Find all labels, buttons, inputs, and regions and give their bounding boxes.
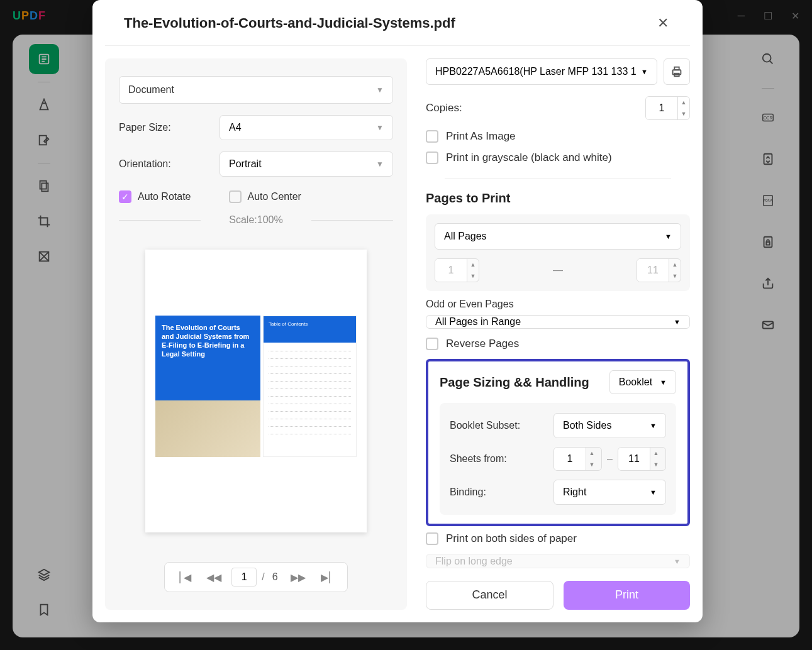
print-button[interactable]: Print [564,581,690,610]
pages-to-print-title: Pages to Print [426,191,690,206]
last-page-button[interactable]: ▶⎜ [316,569,338,586]
chevron-down-icon: ▼ [376,85,384,94]
close-button[interactable]: ✕ [655,13,671,34]
copies-label: Copies: [426,102,645,114]
prev-page-button[interactable]: ◀◀ [201,569,226,586]
cancel-button[interactable]: Cancel [426,581,553,610]
print-both-sides-checkbox[interactable]: Print on both sides of paper [426,532,690,545]
printer-select[interactable]: HPB0227A5A6618(HP Laser MFP 131 133 1▼ [426,58,657,85]
page-input[interactable] [231,568,257,587]
first-page-button[interactable]: ⎜◀ [174,569,196,586]
sheets-from-label: Sheets from: [450,453,553,465]
page-sizing-section: Page Sizing && Handling Booklet▼ Booklet… [426,359,690,526]
binding-select[interactable]: Right▼ [553,480,666,505]
chevron-down-icon: ▼ [376,160,384,168]
print-preview: The Evolution of Courts and Judicial Sys… [145,250,367,532]
range-from-stepper[interactable]: ▲▼ [435,258,479,282]
print-as-image-checkbox[interactable]: Print As Image [426,130,690,143]
page-sizing-title: Page Sizing && Handling [440,375,589,390]
page-range-select[interactable]: All Pages▼ [435,223,681,250]
copies-stepper[interactable]: ▲▼ [645,96,690,120]
chevron-down-icon: ▼ [665,233,672,240]
range-to-stepper[interactable]: ▲▼ [637,258,681,282]
preview-pager: ⎜◀ ◀◀ / 6 ▶▶ ▶⎜ [164,562,347,592]
print-grayscale-checkbox[interactable]: Print in grayscale (black and white) [426,151,690,164]
orientation-select[interactable]: Portrait▼ [220,151,393,177]
chevron-down-icon: ▼ [641,68,648,75]
chevron-down-icon: ▼ [376,123,384,132]
reverse-pages-checkbox[interactable]: Reverse Pages [426,338,690,350]
printer-settings-button[interactable] [664,58,690,85]
stepper-up[interactable]: ▲ [678,97,689,108]
paper-size-select[interactable]: A4▼ [220,115,393,140]
odd-even-label: Odd or Even Pages [426,299,690,310]
mode-select[interactable]: Document▼ [119,76,393,104]
stepper-down[interactable]: ▼ [678,108,689,119]
chevron-down-icon: ▼ [674,558,681,565]
booklet-subset-select[interactable]: Both Sides▼ [553,413,666,438]
odd-even-select[interactable]: All Pages in Range▼ [426,315,690,329]
paper-size-label: Paper Size: [119,122,220,133]
auto-rotate-checkbox[interactable]: ✓ Auto Rotate [119,190,191,203]
orientation-label: Orientation: [119,158,220,170]
svg-rect-15 [674,67,679,70]
dialog-title: The-Evolution-of-Courts-and-Judicial-Sys… [124,15,455,31]
next-page-button[interactable]: ▶▶ [286,569,311,586]
chevron-down-icon: ▼ [660,378,667,386]
sheets-from-stepper[interactable]: ▲▼ [553,447,602,471]
print-dialog: The-Evolution-of-Courts-and-Judicial-Sys… [92,0,703,622]
booklet-subset-label: Booklet Subset: [450,420,553,431]
chevron-down-icon: ▼ [674,318,681,326]
binding-label: Binding: [450,487,553,498]
sizing-mode-select[interactable]: Booklet▼ [609,370,676,394]
chevron-down-icon: ▼ [650,488,657,496]
sheets-to-stepper[interactable]: ▲▼ [618,447,666,471]
chevron-down-icon: ▼ [650,422,657,429]
flip-select: Flip on long edge▼ [426,554,690,568]
scale-label: Scale:100% [119,214,393,226]
auto-center-checkbox[interactable]: Auto Center [229,190,301,203]
